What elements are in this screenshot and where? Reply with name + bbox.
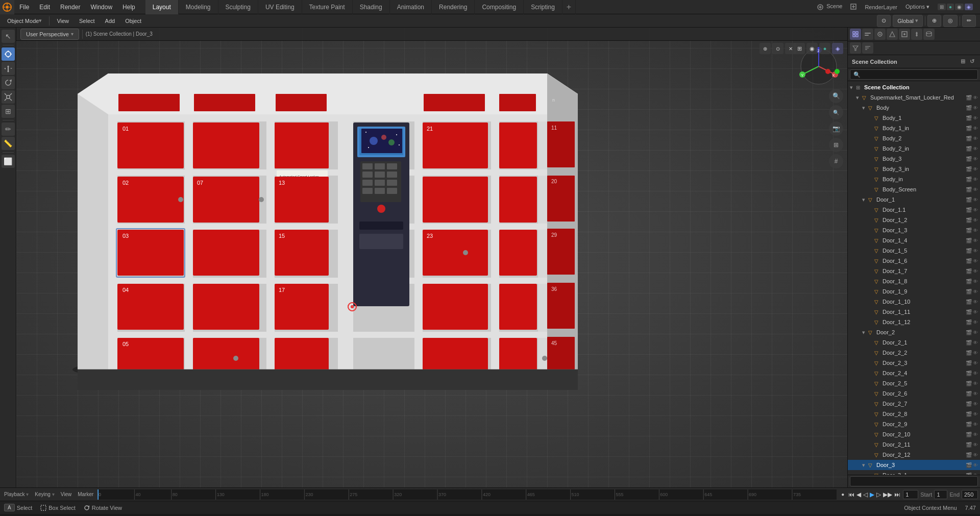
render-icon[interactable]: [874, 29, 886, 40]
viewport-perspective-btn[interactable]: User Perspective ▾: [20, 29, 79, 40]
view-menu[interactable]: View: [59, 492, 74, 497]
scene-new-btn[interactable]: [847, 3, 860, 12]
measure-tool[interactable]: 📏: [2, 137, 15, 150]
timeline-scrubber[interactable]: 0 40 80 130 180 230 275 320 370 420 465 …: [97, 489, 837, 500]
next-frame-btn[interactable]: ▶▶: [883, 491, 893, 498]
scale-tool[interactable]: [2, 90, 15, 104]
next-keyframe-btn[interactable]: ▷: [876, 491, 881, 498]
outliner-item-bodyin[interactable]: ▽Body_in🎬👁: [848, 174, 980, 184]
toolbar-view[interactable]: View: [54, 15, 72, 27]
properties-icon[interactable]: [862, 29, 873, 40]
outliner-item-door1-11[interactable]: ▽Door_1_11🎬👁: [848, 307, 980, 317]
outliner-item-door1-7[interactable]: ▽Door_1_7🎬👁: [848, 266, 980, 276]
outliner-item-door2-1[interactable]: ▽Door_2_1🎬👁: [848, 337, 980, 348]
outliner-item-door3-1[interactable]: ▽Door_3_1🎬👁: [848, 470, 980, 475]
outliner-item-door2-4[interactable]: ▽Door_2_4🎬👁: [848, 368, 980, 378]
outliner-item-body1[interactable]: ▽Body_1🎬👁: [848, 113, 980, 123]
camera-view-icon[interactable]: 📷: [829, 121, 843, 136]
outliner-item-door2-11[interactable]: ▽Door_2_11🎬👁: [848, 439, 980, 450]
viewport[interactable]: User Perspective ▾ (1) Scene Collection …: [16, 28, 847, 487]
tab-compositing[interactable]: Compositing: [475, 0, 524, 14]
scene-icon[interactable]: [887, 29, 898, 40]
modifiers-icon[interactable]: [911, 29, 922, 40]
transform-pivot-btn[interactable]: ⊙: [877, 15, 891, 27]
snap-btn[interactable]: ⊕: [927, 15, 941, 27]
status-box-select[interactable]: Box Select: [40, 505, 76, 511]
outliner-item-door2-10[interactable]: ▽Door_2_10🎬👁: [848, 429, 980, 439]
outliner-item-door2-2[interactable]: ▽Door_2_2🎬👁: [848, 348, 980, 358]
shading-material[interactable]: ●: [819, 43, 830, 54]
viewport-overlays-btn[interactable]: ⊙: [772, 43, 783, 54]
jump-end-btn[interactable]: ⏭: [894, 491, 901, 498]
prev-frame-btn[interactable]: ◀: [856, 491, 862, 498]
zoom-in-icon[interactable]: 🔍: [829, 89, 843, 103]
viewport-shading-icons[interactable]: ⊞ ● ◉ ◈: [935, 3, 976, 11]
xray-btn[interactable]: ✕: [785, 43, 796, 54]
menu-file[interactable]: File: [14, 0, 34, 14]
select-tool[interactable]: ↖: [2, 30, 15, 43]
options-btn[interactable]: Options ▾: [902, 3, 933, 11]
outliner-item-door1-5[interactable]: ▽Door_1_5🎬👁: [848, 245, 980, 256]
outliner-item-body3[interactable]: ▽Body_3🎬👁: [848, 154, 980, 164]
menu-help[interactable]: Help: [117, 0, 140, 14]
outliner-bottom-search-input[interactable]: [850, 476, 978, 486]
global-transform-dropdown[interactable]: Global ▾: [893, 15, 923, 27]
object-props-icon[interactable]: [899, 29, 910, 40]
outliner-item-door1-12[interactable]: ▽Door_1_12🎬👁: [848, 317, 980, 327]
proportional-edit-btn[interactable]: ◎: [943, 15, 958, 27]
outliner-item-door3[interactable]: ▾▽Door_3🎬👁: [848, 460, 980, 470]
object-mode-dropdown[interactable]: Object Mode ▾: [4, 15, 45, 27]
outliner-filter-btn[interactable]: ⊞: [959, 58, 967, 66]
outliner-item-door1-9[interactable]: ▽Door_1_9🎬👁: [848, 286, 980, 297]
transform-tool[interactable]: ⊞: [2, 105, 15, 118]
outliner-icon[interactable]: [850, 29, 861, 40]
outliner-item-door1-6[interactable]: ▽Door_1_6🎬👁: [848, 256, 980, 266]
outliner-item-door2-6[interactable]: ▽Door_2_6🎬👁: [848, 388, 980, 399]
outliner-item-door1-10[interactable]: ▽Door_1_10🎬👁: [848, 297, 980, 307]
toolbar-object[interactable]: Object: [122, 15, 144, 27]
outliner-item-body[interactable]: ▾ ▽ Body 🎬👁: [848, 103, 980, 113]
outliner-item-bodyscreen[interactable]: ▽Body_Screen🎬👁: [848, 184, 980, 194]
outliner-item-door2-7[interactable]: ▽Door_2_7🎬👁: [848, 399, 980, 409]
viewport-canvas[interactable]: User Perspective ▾ (1) Scene Collection …: [16, 28, 847, 487]
status-select[interactable]: A Select: [4, 504, 32, 511]
tab-rendering[interactable]: Rendering: [432, 0, 475, 14]
outliner-scene-collection[interactable]: ▾ ⊞ Scene Collection: [848, 82, 980, 92]
tab-modeling[interactable]: Modeling: [179, 0, 218, 14]
outliner-item-door2-12[interactable]: ▽Door_2_12🎬👁: [848, 450, 980, 460]
play-btn[interactable]: ●: [839, 490, 847, 499]
status-rotate-view[interactable]: Rotate View: [84, 505, 122, 511]
menu-edit[interactable]: Edit: [34, 0, 55, 14]
menu-render[interactable]: Render: [55, 0, 85, 14]
prev-keyframe-btn[interactable]: ◁: [863, 491, 868, 498]
tab-sculpting[interactable]: Sculpting: [218, 0, 258, 14]
outliner-item-door2-9[interactable]: ▽Door_2_9🎬👁: [848, 419, 980, 429]
outliner-item-door2-8[interactable]: ▽Door_2_8🎬👁: [848, 409, 980, 419]
cursor-tool[interactable]: [2, 47, 15, 61]
filter-icon[interactable]: [850, 42, 861, 54]
viewport-gizmos-btn[interactable]: ⊕: [760, 43, 771, 54]
outliner-item-door1-1[interactable]: ▽Door_1.1🎬👁: [848, 205, 980, 215]
grid-view-icon[interactable]: #: [829, 154, 843, 168]
end-frame-input[interactable]: 250: [962, 490, 978, 499]
tab-uv-editing[interactable]: UV Editing: [258, 0, 302, 14]
outliner-sync-btn[interactable]: ↺: [968, 58, 976, 66]
zoom-out-icon[interactable]: 🔍: [829, 105, 843, 119]
start-frame-input[interactable]: 1: [934, 490, 947, 499]
toolbar-select[interactable]: Select: [76, 15, 98, 27]
keying-dropdown[interactable]: Keying ▾: [33, 492, 56, 497]
annotate-tool[interactable]: ✏: [2, 122, 15, 136]
outliner-root-object[interactable]: ▾ ▽ Supermarket_Smart_Locker_Red 🎬👁: [848, 92, 980, 103]
outliner-search-input[interactable]: [850, 69, 978, 80]
render-layer-selector[interactable]: RenderLayer: [862, 3, 900, 11]
toolbar-add[interactable]: Add: [102, 15, 118, 27]
marker-menu[interactable]: Marker: [76, 492, 95, 497]
tab-animation[interactable]: Animation: [390, 0, 432, 14]
outliner-item-door1-3[interactable]: ▽Door_1_3🎬👁: [848, 225, 980, 235]
current-frame-display[interactable]: 1: [903, 490, 918, 499]
outliner-item-door1-8[interactable]: ▽Door_1_8🎬👁: [848, 276, 980, 286]
add-cube-tool[interactable]: ⬜: [2, 155, 15, 168]
move-tool[interactable]: [2, 62, 15, 75]
scene-selector[interactable]: Scene: [814, 2, 845, 11]
outliner-item-door1-2[interactable]: ▽Door_1_2🎬👁: [848, 215, 980, 225]
